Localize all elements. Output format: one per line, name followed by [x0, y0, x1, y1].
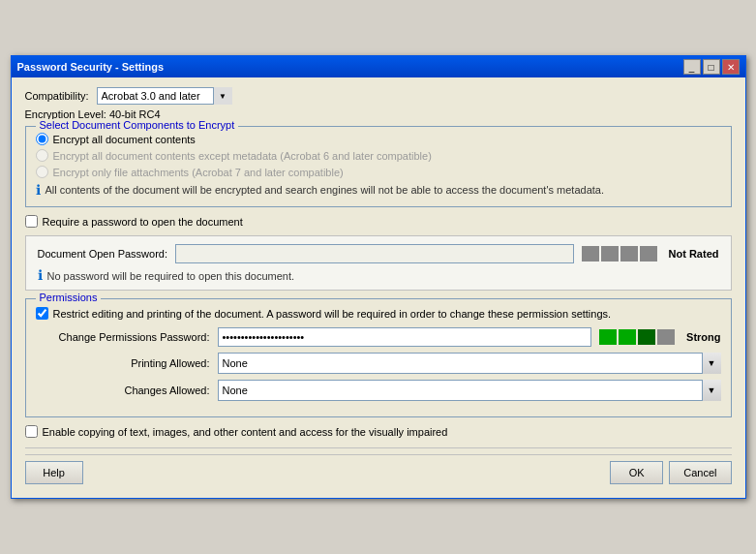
changes-allowed-select[interactable]: NoneInserting, deleting, and rotating pa…: [218, 380, 721, 401]
help-button[interactable]: Help: [25, 461, 83, 484]
printing-allowed-label: Printing Allowed:: [55, 357, 210, 369]
permissions-group: Permissions Restrict editing and printin…: [25, 298, 732, 417]
restrict-editing-checkbox[interactable]: [36, 307, 48, 320]
cancel-button[interactable]: Cancel: [669, 461, 731, 484]
encrypt-all-label: Encrypt all document contents: [53, 134, 196, 145]
title-bar-buttons: _ □ ✕: [683, 59, 740, 75]
perm-strength-bar-3: [638, 329, 655, 345]
strength-bar-3: [620, 246, 638, 262]
copy-row: Enable copying of text, images, and othe…: [25, 425, 732, 438]
require-password-label: Require a password to open the document: [43, 216, 243, 228]
close-button[interactable]: ✕: [722, 59, 740, 75]
strength-bar-1: [582, 246, 599, 262]
encrypt-info-row: ℹ All contents of the document will be e…: [36, 184, 721, 197]
bottom-buttons: Help OK Cancel: [25, 454, 732, 488]
radio-option-3: Encrypt only file attachments (Acrobat 7…: [36, 166, 721, 178]
changes-dropdown-wrapper: NoneInserting, deleting, and rotating pa…: [218, 380, 721, 401]
permissions-strength-bars: [599, 329, 675, 345]
ok-button[interactable]: OK: [610, 461, 663, 484]
open-password-strength-label: Not Rated: [669, 248, 719, 260]
bottom-divider: [25, 447, 732, 448]
printing-allowed-select[interactable]: NoneLow Resolution (150 dpi)High Resolut…: [218, 353, 721, 374]
compatibility-row: Compatibility: Acrobat 3.0 and laterAcro…: [25, 87, 732, 105]
open-password-section: Document Open Password: Not Rated ℹ No p…: [25, 235, 732, 291]
window-title: Password Security - Settings: [17, 61, 165, 73]
encrypt-attachments-radio[interactable]: [36, 166, 48, 178]
open-password-strength-bars: [582, 246, 657, 262]
permissions-legend: Permissions: [36, 292, 102, 303]
encrypt-attachments-label: Encrypt only file attachments (Acrobat 7…: [53, 167, 344, 178]
printing-dropdown-wrapper: NoneLow Resolution (150 dpi)High Resolut…: [218, 353, 721, 374]
permissions-password-row: Change Permissions Password: Strong: [36, 327, 721, 347]
permissions-restrict-row: Restrict editing and printing of the doc…: [36, 307, 721, 320]
dialog-content: Compatibility: Acrobat 3.0 and laterAcro…: [12, 77, 745, 498]
perm-strength-bar-1: [599, 329, 617, 345]
no-password-text: No password will be required to open thi…: [47, 270, 295, 282]
encrypt-all-radio[interactable]: [36, 133, 48, 145]
perm-strength-bar-4: [657, 329, 675, 345]
require-password-checkbox[interactable]: [25, 215, 38, 228]
radio-option-1: Encrypt all document contents: [36, 133, 721, 145]
document-components-legend: Select Document Components to Encrypt: [36, 119, 239, 131]
require-password-row: Require a password to open the document: [25, 215, 732, 228]
changes-allowed-label: Changes Allowed:: [55, 385, 210, 396]
title-bar: Password Security - Settings _ □ ✕: [12, 56, 745, 77]
encrypt-info-text: All contents of the document will be enc…: [45, 184, 605, 196]
compatibility-dropdown-wrapper: Acrobat 3.0 and laterAcrobat 5.0 and lat…: [97, 87, 232, 105]
radio-option-2: Encrypt all document contents except met…: [36, 149, 721, 162]
minimize-button[interactable]: _: [683, 59, 701, 75]
open-password-label: Document Open Password:: [38, 248, 168, 260]
open-password-input[interactable]: [175, 244, 574, 263]
document-components-group: Select Document Components to Encrypt En…: [25, 126, 732, 207]
strength-bar-2: [601, 246, 619, 262]
permissions-password-input[interactable]: [218, 327, 592, 347]
open-password-row: Document Open Password: Not Rated: [38, 244, 719, 263]
compatibility-label: Compatibility:: [25, 90, 89, 102]
no-password-info-icon: ℹ: [38, 268, 43, 282]
perm-strength-bar-2: [619, 329, 636, 345]
printing-allowed-row: Printing Allowed: NoneLow Resolution (15…: [36, 353, 721, 374]
enable-copying-label: Enable copying of text, images, and othe…: [43, 426, 448, 438]
permissions-password-label: Change Permissions Password:: [55, 331, 210, 343]
encrypt-except-metadata-radio[interactable]: [36, 149, 48, 162]
restrict-editing-label: Restrict editing and printing of the doc…: [53, 308, 612, 320]
compatibility-select[interactable]: Acrobat 3.0 and laterAcrobat 5.0 and lat…: [97, 87, 232, 105]
maximize-button[interactable]: □: [703, 59, 720, 75]
changes-allowed-row: Changes Allowed: NoneInserting, deleting…: [36, 380, 721, 401]
no-password-row: ℹ No password will be required to open t…: [38, 269, 719, 282]
encrypt-except-metadata-label: Encrypt all document contents except met…: [53, 150, 432, 162]
ok-cancel-group: OK Cancel: [610, 461, 731, 484]
main-window: Password Security - Settings _ □ ✕ Compa…: [11, 55, 746, 499]
info-icon: ℹ: [36, 183, 41, 197]
permissions-strength-label: Strong: [686, 331, 720, 343]
strength-bar-4: [640, 246, 657, 262]
enable-copying-checkbox[interactable]: [25, 425, 38, 438]
